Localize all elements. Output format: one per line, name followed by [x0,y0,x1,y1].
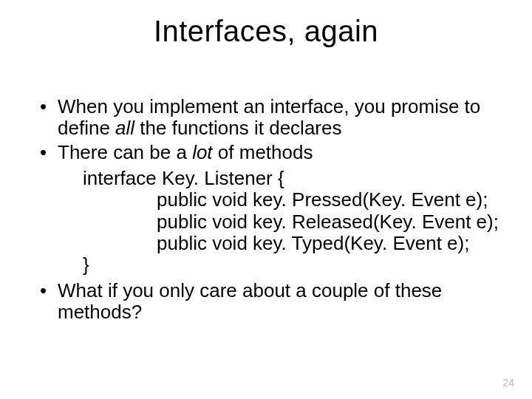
bullet-3-text: What if you only care about a couple of … [58,279,442,323]
code-line-2: public void key. Pressed(Key. Event e); [83,189,502,211]
code-line-3: public void key. Released(Key. Event e); [83,211,502,233]
slide: Interfaces, again When you implement an … [0,0,532,399]
bullet-1-text-b: the functions it declares [134,117,341,139]
bullet-3: What if you only care about a couple of … [37,280,502,323]
code-line-1: interface Key. Listener { [83,168,502,189]
bullet-2-emph: lot [192,141,212,163]
bullet-1: When you implement an interface, you pro… [37,96,502,139]
bullet-2: There can be a lot of methods [37,142,502,163]
slide-title: Interfaces, again [0,15,532,48]
bullet-2-text-a: There can be a [58,141,192,163]
code-line-5: } [83,254,502,276]
page-number: 24 [502,377,514,389]
code-line-4: public void key. Typed(Key. Event e); [83,233,502,254]
bullet-1-emph: all [115,117,134,139]
code-block: interface Key. Listener { public void ke… [83,168,502,276]
bullet-2-text-b: of methods [213,141,313,163]
slide-body: When you implement an interface, you pro… [37,96,502,326]
